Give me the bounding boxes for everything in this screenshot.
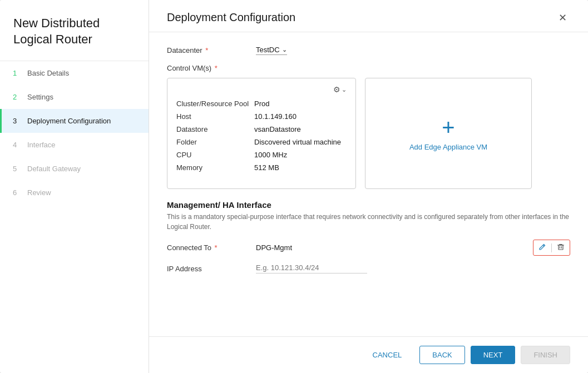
modal-dialog: New Distributed Logical Router 1 Basic D… bbox=[0, 0, 588, 373]
sidebar-step-settings[interactable]: 2 Settings bbox=[0, 85, 149, 109]
delete-button[interactable] bbox=[555, 242, 566, 253]
step-number: 4 bbox=[13, 141, 22, 149]
vm-card-header: ⚙ ⌄ bbox=[176, 85, 347, 94]
step-number: 1 bbox=[13, 69, 22, 77]
add-edge-card[interactable]: + Add Edge Appliance VM bbox=[365, 78, 532, 189]
close-button[interactable]: ✕ bbox=[555, 12, 570, 24]
back-button[interactable]: BACK bbox=[419, 346, 465, 364]
cluster-value: Prod bbox=[254, 100, 269, 108]
host-row: Host 10.1.149.160 bbox=[176, 112, 347, 121]
connected-to-row: Connected To * DPG-Mgmt bbox=[167, 240, 570, 256]
gear-settings-button[interactable]: ⚙ ⌄ bbox=[333, 85, 347, 94]
ip-address-input[interactable] bbox=[256, 263, 367, 273]
chevron-down-icon: ⌄ bbox=[282, 46, 287, 53]
add-edge-label: Add Edge Appliance VM bbox=[409, 143, 487, 151]
sidebar-step-deployment-configuration[interactable]: 3 Deployment Configuration bbox=[0, 109, 149, 133]
chevron-down-icon: ⌄ bbox=[342, 86, 347, 93]
step-number: 2 bbox=[13, 93, 22, 101]
vm-cards-container: ⚙ ⌄ Cluster/Resource Pool Prod Host 10.1… bbox=[167, 78, 570, 189]
sidebar-step-interface: 4 Interface bbox=[0, 133, 149, 157]
main-panel: Deployment Configuration ✕ Datacenter * … bbox=[149, 0, 588, 373]
ip-address-label: IP Address bbox=[167, 265, 256, 273]
ip-address-row: IP Address bbox=[167, 263, 570, 273]
step-number: 3 bbox=[13, 117, 22, 125]
sidebar-step-review: 6 Review bbox=[0, 181, 149, 205]
main-body: Datacenter * TestDC ⌄ Control VM(s) * bbox=[149, 32, 588, 336]
edit-button[interactable] bbox=[537, 242, 548, 253]
host-value: 10.1.149.160 bbox=[254, 112, 297, 121]
folder-row: Folder Discovered virtual machine bbox=[176, 138, 347, 146]
ha-actions-container bbox=[533, 240, 570, 256]
datacenter-label: Datacenter * bbox=[167, 46, 256, 54]
trash-icon bbox=[557, 243, 565, 251]
sidebar-step-basic-details[interactable]: 1 Basic Details bbox=[0, 61, 149, 85]
edit-icon bbox=[538, 243, 546, 251]
datastore-value: vsanDatastore bbox=[254, 125, 301, 133]
ha-section-desc: This is a mandatory special-purpose inte… bbox=[167, 212, 570, 232]
folder-value: Discovered virtual machine bbox=[254, 138, 341, 146]
gear-icon: ⚙ bbox=[333, 85, 340, 94]
memory-value: 512 MB bbox=[254, 163, 279, 172]
control-vms-row: Control VM(s) * bbox=[167, 64, 570, 72]
datacenter-dropdown[interactable]: TestDC ⌄ bbox=[256, 46, 287, 55]
step-label: Basic Details bbox=[27, 69, 69, 77]
step-label: Settings bbox=[27, 93, 53, 101]
vm-card-existing: ⚙ ⌄ Cluster/Resource Pool Prod Host 10.1… bbox=[167, 78, 356, 189]
main-header: Deployment Configuration ✕ bbox=[149, 0, 588, 32]
connected-to-value: DPG-Mgmt bbox=[256, 243, 533, 252]
memory-row: Memory 512 MB bbox=[176, 163, 347, 172]
connected-to-label: Connected To * bbox=[167, 243, 256, 252]
ha-section-title: Management/ HA Interface bbox=[167, 200, 570, 210]
sidebar-step-default-gateway: 5 Default Gateway bbox=[0, 157, 149, 181]
step-number: 5 bbox=[13, 165, 22, 173]
step-label: Default Gateway bbox=[27, 165, 81, 173]
memory-label: Memory bbox=[176, 163, 254, 172]
plus-icon: + bbox=[442, 116, 454, 138]
step-label: Deployment Configuration bbox=[27, 117, 111, 125]
sidebar: New Distributed Logical Router 1 Basic D… bbox=[0, 0, 149, 373]
host-label: Host bbox=[176, 112, 254, 121]
cpu-value: 1000 MHz bbox=[254, 151, 287, 159]
datacenter-row: Datacenter * TestDC ⌄ bbox=[167, 46, 570, 55]
ha-section: Management/ HA Interface This is a manda… bbox=[167, 200, 570, 273]
control-vms-label: Control VM(s) * bbox=[167, 64, 256, 72]
finish-button: FINISH bbox=[521, 346, 570, 364]
step-label: Review bbox=[27, 188, 51, 197]
cpu-label: CPU bbox=[176, 151, 254, 159]
divider bbox=[551, 243, 552, 252]
footer: CANCEL BACK NEXT FINISH bbox=[149, 336, 588, 373]
cluster-row: Cluster/Resource Pool Prod bbox=[176, 100, 347, 108]
svg-rect-0 bbox=[559, 245, 563, 250]
main-title: Deployment Configuration bbox=[167, 11, 295, 24]
folder-label: Folder bbox=[176, 138, 254, 146]
next-button[interactable]: NEXT bbox=[471, 346, 516, 364]
sidebar-steps: 1 Basic Details2 Settings3 Deployment Co… bbox=[0, 61, 149, 373]
datastore-row: Datastore vsanDatastore bbox=[176, 125, 347, 133]
datastore-label: Datastore bbox=[176, 125, 254, 133]
cpu-row: CPU 1000 MHz bbox=[176, 151, 347, 159]
cluster-label: Cluster/Resource Pool bbox=[176, 100, 254, 108]
cancel-button[interactable]: CANCEL bbox=[360, 346, 414, 364]
sidebar-title: New Distributed Logical Router bbox=[0, 0, 149, 61]
step-label: Interface bbox=[27, 141, 56, 149]
step-number: 6 bbox=[13, 188, 22, 197]
